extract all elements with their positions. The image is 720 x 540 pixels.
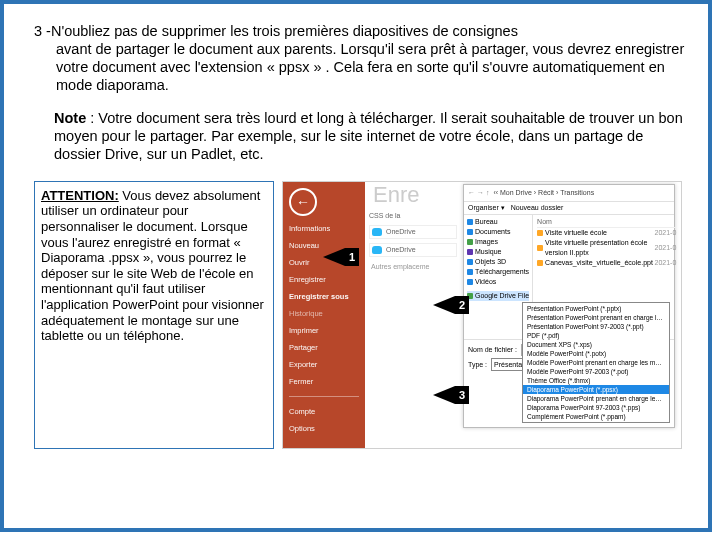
filetype-label: Type : <box>468 360 487 369</box>
attention-text: Vous devez absolument utiliser un ordina… <box>41 188 264 343</box>
powerpoint-save-screenshot: ← Informations Nouveau Ouvrir Enregistre… <box>282 181 682 449</box>
side-account[interactable]: Compte <box>289 407 359 416</box>
step3-rest: avant de partager le document aux parent… <box>34 40 688 94</box>
filename-label: Nom de fichier : <box>468 345 517 354</box>
side-info[interactable]: Informations <box>289 224 359 233</box>
locations-panel: CSS de la OneDrive OneDrive Autres empla… <box>369 212 457 272</box>
backstage-main: Enre CSS de la OneDrive OneDrive Autres … <box>365 182 681 448</box>
side-print[interactable]: Imprimer <box>289 326 359 335</box>
side-share[interactable]: Partager <box>289 343 359 352</box>
ppsx-option: Diaporama PowerPoint (*.ppsx) <box>523 385 669 394</box>
backstage-sidebar: ← Informations Nouveau Ouvrir Enregistre… <box>283 182 365 448</box>
step3-prefix: 3 - <box>34 23 51 39</box>
list-header: Nom <box>537 217 676 228</box>
other-locations[interactable]: Autres emplaceme <box>369 261 457 272</box>
list-item: Visite virtuelle école2021-0 <box>537 228 676 238</box>
slide-frame: 3 -N'oubliez pas de supprimer les trois … <box>0 0 712 532</box>
save-as-title: Enre <box>373 182 419 208</box>
side-options[interactable]: Options <box>289 424 359 433</box>
list-item: Visite virtuelle présentation école vers… <box>537 238 676 258</box>
side-export[interactable]: Exporter <box>289 360 359 369</box>
new-folder-button[interactable]: Nouveau dossier <box>511 204 564 212</box>
note-text: Note : Votre document sera très lourd et… <box>24 109 688 163</box>
callout-2: 2 <box>433 296 469 314</box>
dialog-path[interactable]: ‹‹ Mon Drive › Récit › Transitions <box>493 189 670 196</box>
dialog-toolbar: ← → ↑ ‹‹ Mon Drive › Récit › Transitions <box>464 185 674 202</box>
side-history[interactable]: Historique <box>289 309 359 318</box>
side-close[interactable]: Fermer <box>289 377 359 386</box>
save-dialog: ← → ↑ ‹‹ Mon Drive › Récit › Transitions… <box>463 184 675 428</box>
side-save[interactable]: Enregistrer <box>289 275 359 284</box>
onedrive-row-2[interactable]: OneDrive <box>369 243 457 257</box>
callout-3: 3 <box>433 386 469 404</box>
callout-1: 1 <box>323 248 359 266</box>
attention-heading: ATTENTION: <box>41 188 119 203</box>
note-label: Note <box>54 110 86 126</box>
note-body: : Votre document sera très lourd et long… <box>54 110 683 162</box>
folder-label[interactable]: CSS de la <box>369 212 457 219</box>
back-icon[interactable]: ← <box>289 188 317 216</box>
side-saveas[interactable]: Enregistrer sous <box>289 292 359 301</box>
attention-box: ATTENTION: Vous devez absolument utilise… <box>34 181 274 449</box>
cloud-icon <box>372 246 382 254</box>
step3-text: 3 -N'oubliez pas de supprimer les trois … <box>24 22 688 95</box>
list-item: Canevas_visite_virtuelle_école.pptx2021-… <box>537 258 676 268</box>
organize-button[interactable]: Organiser ▾ <box>468 204 505 212</box>
filetype-dropdown[interactable]: Présentation PowerPoint (*.pptx) Présent… <box>522 302 670 423</box>
onedrive-row-1[interactable]: OneDrive <box>369 225 457 239</box>
cloud-icon <box>372 228 382 236</box>
step3-line1: N'oubliez pas de supprimer les trois pre… <box>51 23 518 39</box>
